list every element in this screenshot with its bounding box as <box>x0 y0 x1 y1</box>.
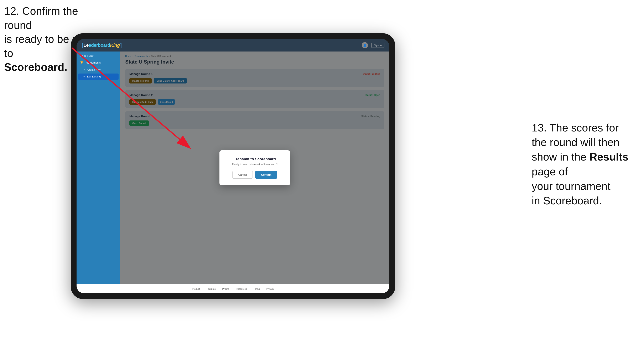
modal-cancel-button[interactable]: Cancel <box>232 171 253 178</box>
content-area: Home › Tournaments › State U Spring Invi… <box>120 51 390 284</box>
modal-overlay: Transmit to Scoreboard Ready to send thi… <box>120 51 390 284</box>
header-right: 👤 Sign In <box>362 42 384 48</box>
edit-icon: ✎ <box>83 75 85 78</box>
modal-dialog: Transmit to Scoreboard Ready to send thi… <box>220 150 290 185</box>
tablet-frame: [ LeaderboardKing ] 👤 Sign In MAIN MENU … <box>71 33 395 299</box>
sidebar-item-tournaments[interactable]: 🏆 Tournaments <box>76 59 120 66</box>
main-content: MAIN MENU 🏆 Tournaments ＋ Create New ✎ E… <box>76 51 390 284</box>
footer-link-pricing[interactable]: Pricing <box>222 288 230 290</box>
footer-link-product[interactable]: Product <box>192 288 200 290</box>
footer-link-features[interactable]: Features <box>206 288 216 290</box>
plus-icon: ＋ <box>83 68 86 71</box>
logo-text: LeaderboardKing <box>84 43 120 48</box>
footer-link-terms[interactable]: Terms <box>254 288 260 290</box>
footer-link-resources[interactable]: Resources <box>236 288 247 290</box>
sidebar-item-edit-existing[interactable]: ✎ Edit Existing <box>78 74 118 80</box>
trophy-icon: 🏆 <box>80 61 84 64</box>
annotation-right: 13. The scores for the round will then s… <box>532 121 636 208</box>
modal-buttons: Cancel Confirm <box>227 171 283 178</box>
modal-subtitle: Ready to send this round to Scoreboard? <box>227 163 283 166</box>
sidebar: MAIN MENU 🏆 Tournaments ＋ Create New ✎ E… <box>76 51 120 284</box>
sidebar-item-create-new[interactable]: ＋ Create New <box>76 66 120 73</box>
main-menu-label: MAIN MENU <box>76 55 120 59</box>
logo-area: [ LeaderboardKing ] <box>82 42 122 49</box>
avatar: 👤 <box>362 42 368 48</box>
tablet-screen: [ LeaderboardKing ] 👤 Sign In MAIN MENU … <box>76 39 390 293</box>
footer-bar: Product Features Pricing Resources Terms… <box>76 284 390 293</box>
sign-in-button[interactable]: Sign In <box>371 43 384 48</box>
header-bar: [ LeaderboardKing ] 👤 Sign In <box>76 39 390 51</box>
modal-title: Transmit to Scoreboard <box>227 157 283 161</box>
logo-bracket-right: ] <box>120 42 122 49</box>
footer-link-privacy[interactable]: Privacy <box>266 288 274 290</box>
modal-confirm-button[interactable]: Confirm <box>255 171 277 178</box>
logo-bracket-left: [ <box>82 42 84 49</box>
